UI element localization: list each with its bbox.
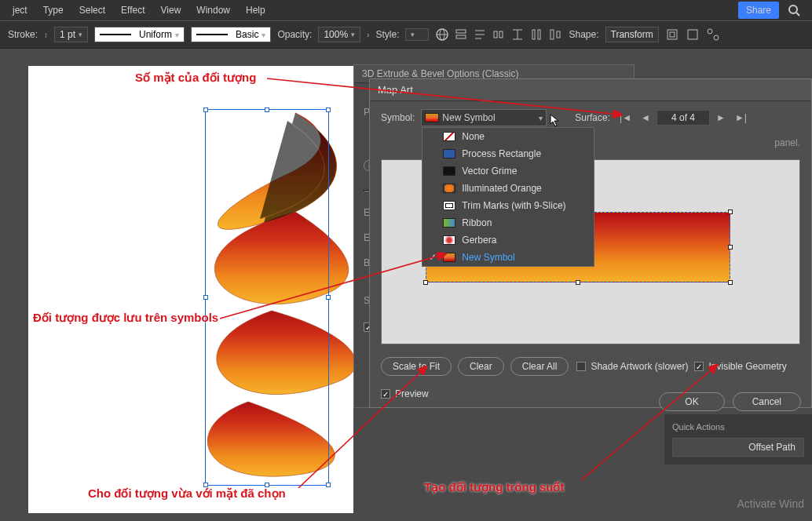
style-label: Style:	[375, 29, 399, 40]
menu-window[interactable]: Window	[188, 2, 238, 19]
stroke-size-combo[interactable]: 1 pt	[54, 27, 88, 42]
brush-def-combo[interactable]: Basic▾	[191, 27, 271, 42]
clear-button[interactable]: Clear	[458, 357, 504, 376]
option-ill-label: Illuminated Orange	[462, 183, 541, 194]
cursor-icon	[550, 114, 562, 128]
hint-panel-suffix: panel.	[774, 137, 800, 148]
svg-point-22	[708, 29, 712, 34]
align-icon-3[interactable]	[492, 27, 506, 42]
surface-nav: |◄ ◄ 4 of 4 ► ►|	[616, 110, 750, 126]
menu-help[interactable]: Help	[238, 2, 273, 19]
offset-path-button[interactable]: Offset Path	[672, 438, 804, 457]
watermark: Activate Wind	[737, 497, 804, 510]
clear-all-button[interactable]: Clear All	[510, 357, 569, 376]
svg-rect-6	[456, 35, 466, 38]
option-trim-label: Trim Marks (with 9-Slice)	[462, 200, 565, 211]
menu-effect[interactable]: Effect	[113, 2, 152, 19]
svg-rect-11	[499, 31, 503, 38]
quick-actions-header: Quick Actions	[672, 422, 804, 432]
svg-rect-10	[494, 31, 497, 38]
menu-type[interactable]: Type	[35, 2, 71, 19]
opacity-more-icon[interactable]: ›	[367, 31, 369, 39]
style-combo[interactable]	[405, 28, 429, 41]
option-ill[interactable]: Illuminated Orange	[422, 180, 594, 197]
globe-icon[interactable]	[435, 27, 449, 42]
scale-to-fit-button[interactable]: Scale to Fit	[381, 357, 452, 376]
quick-actions-panel: Quick Actions Offset Path	[664, 414, 812, 465]
align-icon-6[interactable]	[548, 27, 562, 42]
option-trim[interactable]: Trim Marks (with 9-Slice)	[422, 197, 594, 214]
surface-next-icon[interactable]: ►	[713, 111, 729, 125]
shade-label: Shade Artwork (slower)	[591, 361, 688, 372]
svg-rect-21	[688, 30, 697, 39]
dialog-mapart-title: Map Art	[370, 79, 811, 101]
surface-value: 4 of 4	[657, 110, 710, 126]
option-grime[interactable]: Vector Grime	[422, 162, 594, 180]
opacity-label: Opacity:	[277, 29, 312, 40]
invisible-checkbox[interactable]	[694, 362, 704, 371]
menu-object[interactable]: ject	[5, 2, 35, 19]
svg-rect-20	[670, 32, 675, 37]
option-none-label: None	[462, 131, 485, 142]
option-gerbera[interactable]: Gerbera	[422, 231, 594, 249]
option-ribbon[interactable]: Ribbon	[422, 214, 594, 231]
surface-label: Surface:	[575, 112, 610, 123]
svg-rect-18	[557, 31, 560, 38]
svg-rect-15	[532, 30, 535, 39]
dialog-map-art: Map Art Symbol: New Symbol ▾ None Proces…	[369, 78, 812, 408]
invisible-label: Invisible Geometry	[708, 361, 786, 372]
artwork-ribbon	[28, 66, 353, 513]
symbol-swatch	[425, 113, 439, 122]
symbol-dropdown: None Process Rectangle Vector Grime Illu…	[422, 127, 594, 267]
brush-combo[interactable]: Uniform▾	[94, 27, 185, 42]
surface-first-icon[interactable]: |◄	[616, 111, 635, 125]
align-icon-4[interactable]	[510, 27, 525, 42]
align-icon-5[interactable]	[529, 27, 543, 42]
svg-rect-5	[456, 30, 466, 33]
stroke-link-icon[interactable]: ↕	[44, 31, 48, 39]
align-icon-2[interactable]	[473, 27, 487, 42]
artboard[interactable]	[28, 66, 353, 513]
svg-point-0	[789, 5, 797, 13]
svg-rect-16	[538, 30, 540, 39]
option-new-label: New Symbol	[462, 252, 514, 263]
stroke-label: Stroke:	[8, 29, 38, 40]
ok-button[interactable]: OK	[659, 392, 724, 411]
menu-select[interactable]: Select	[71, 2, 113, 19]
option-proc[interactable]: Process Rectangle	[422, 145, 594, 162]
surface-prev-icon[interactable]: ◄	[638, 111, 653, 125]
isolate-icon[interactable]	[665, 27, 679, 42]
opacity-combo[interactable]: 100%	[318, 27, 360, 42]
svg-point-23	[714, 35, 719, 40]
option-proc-label: Process Rectangle	[462, 148, 541, 159]
transform-combo[interactable]: Transform	[605, 27, 659, 42]
cancel-button[interactable]: Cancel	[733, 392, 801, 411]
option-gerbera-label: Gerbera	[462, 235, 496, 246]
option-ribbon-label: Ribbon	[462, 217, 492, 228]
svg-line-1	[796, 13, 799, 16]
search-icon[interactable]	[787, 3, 801, 17]
control-toolbar: Stroke: ↕ 1 pt Uniform▾ Basic▾ Opacity: …	[0, 20, 812, 49]
option-none[interactable]: None	[422, 128, 594, 145]
svg-rect-19	[668, 30, 677, 39]
share-button[interactable]: Share	[738, 2, 779, 19]
surface-last-icon[interactable]: ►|	[732, 111, 750, 125]
menu-view[interactable]: View	[153, 2, 189, 19]
symbol-combo[interactable]: New Symbol ▾ None Process Rectangle Vect…	[421, 109, 547, 126]
option-grime-label: Vector Grime	[462, 166, 517, 177]
symbol-value: New Symbol	[442, 112, 495, 123]
align-icon-1[interactable]	[454, 27, 468, 42]
shade-checkbox[interactable]	[576, 362, 586, 371]
brush-uniform-label: Uniform	[139, 29, 172, 40]
svg-rect-17	[550, 30, 554, 39]
select-similar-icon[interactable]	[706, 27, 720, 42]
symbol-label: Symbol:	[381, 112, 415, 123]
shape-label: Shape:	[569, 29, 598, 40]
menu-bar: ject Type Select Effect View Window Help…	[0, 0, 812, 20]
option-new[interactable]: ✓New Symbol	[422, 249, 594, 266]
edit-symbol-icon[interactable]	[686, 27, 700, 42]
brush-basic-label: Basic	[236, 29, 258, 40]
